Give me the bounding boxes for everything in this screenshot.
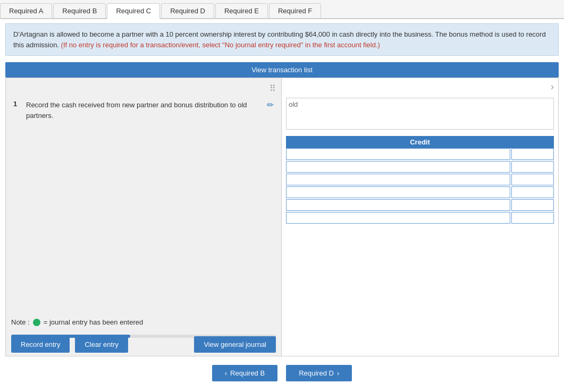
- journal-cell-debit-5[interactable]: [286, 199, 510, 211]
- journal-table-area: Credit: [286, 136, 554, 356]
- transaction-text: Record the cash received from new partne…: [26, 100, 263, 121]
- tab-required-e[interactable]: Required E: [215, 3, 268, 18]
- journal-cell-credit-2[interactable]: [511, 161, 554, 173]
- old-partners-box: old: [286, 98, 554, 130]
- right-panel: › old Credit: [282, 78, 559, 356]
- journal-row-1: [286, 148, 554, 160]
- edit-icon[interactable]: ✏: [267, 100, 274, 110]
- tab-required-a[interactable]: Required A: [0, 3, 52, 18]
- prev-required-b-button[interactable]: ‹ Required B: [212, 365, 277, 381]
- info-box: D'Artagnan is allowed to become a partne…: [5, 23, 559, 56]
- journal-row-4: [286, 186, 554, 198]
- journal-cell-credit-3[interactable]: [511, 174, 554, 185]
- journal-row-5: [286, 199, 554, 211]
- tab-required-c[interactable]: Required C: [107, 3, 160, 19]
- journal-row-6: [286, 212, 554, 224]
- left-panel: ⠿ 1 Record the cash received from new pa…: [5, 78, 282, 356]
- info-red-text: (If no entry is required for a transacti…: [61, 41, 380, 49]
- green-dot-icon: [33, 319, 40, 326]
- note-suffix: = journal entry has been entered: [44, 318, 144, 326]
- tab-required-f[interactable]: Required F: [269, 3, 321, 18]
- journal-cell-debit-3[interactable]: [286, 174, 510, 185]
- bottom-navigation: ‹ Required B Required D ›: [0, 356, 564, 392]
- old-partners-text: old: [289, 100, 298, 108]
- note-area: Note : = journal entry has been entered: [11, 318, 276, 326]
- journal-cell-debit-6[interactable]: [286, 212, 510, 224]
- journal-cell-debit-2[interactable]: [286, 161, 510, 173]
- view-general-journal-button[interactable]: View general journal: [194, 336, 276, 353]
- journal-cell-credit-5[interactable]: [511, 199, 554, 211]
- journal-row-2: [286, 161, 554, 173]
- journal-cell-debit-4[interactable]: [286, 186, 510, 198]
- main-content: ⠿ 1 Record the cash received from new pa…: [5, 78, 559, 356]
- tab-required-b[interactable]: Required B: [53, 3, 106, 18]
- next-arrow-button[interactable]: ›: [551, 81, 554, 92]
- next-required-d-button[interactable]: Required D ›: [286, 365, 352, 381]
- drag-handle[interactable]: ⠿: [11, 83, 276, 93]
- next-label: Required D: [299, 369, 334, 377]
- action-buttons: Record entry Clear entry View general jo…: [11, 336, 276, 353]
- journal-cell-credit-4[interactable]: [511, 186, 554, 198]
- clear-entry-button[interactable]: Clear entry: [75, 336, 128, 353]
- tab-required-d[interactable]: Required D: [161, 3, 214, 18]
- view-transaction-button[interactable]: View transaction list: [5, 62, 559, 78]
- transaction-item: 1 Record the cash received from new part…: [11, 96, 276, 125]
- next-arrow-icon: ›: [337, 369, 339, 377]
- prev-arrow-icon: ‹: [225, 369, 227, 377]
- record-entry-button[interactable]: Record entry: [11, 336, 70, 353]
- credit-header: Credit: [286, 136, 554, 148]
- journal-cell-credit-1[interactable]: [511, 148, 554, 160]
- transaction-number: 1: [13, 100, 22, 108]
- drag-icon: ⠿: [270, 83, 276, 93]
- journal-cell-credit-6[interactable]: [511, 212, 554, 224]
- tabs-bar: Required A Required B Required C Require…: [0, 0, 564, 19]
- right-panel-nav: ›: [282, 78, 558, 96]
- journal-cell-debit-1[interactable]: [286, 148, 510, 160]
- prev-label: Required B: [230, 369, 265, 377]
- note-prefix: Note :: [11, 318, 30, 326]
- journal-row-3: [286, 174, 554, 185]
